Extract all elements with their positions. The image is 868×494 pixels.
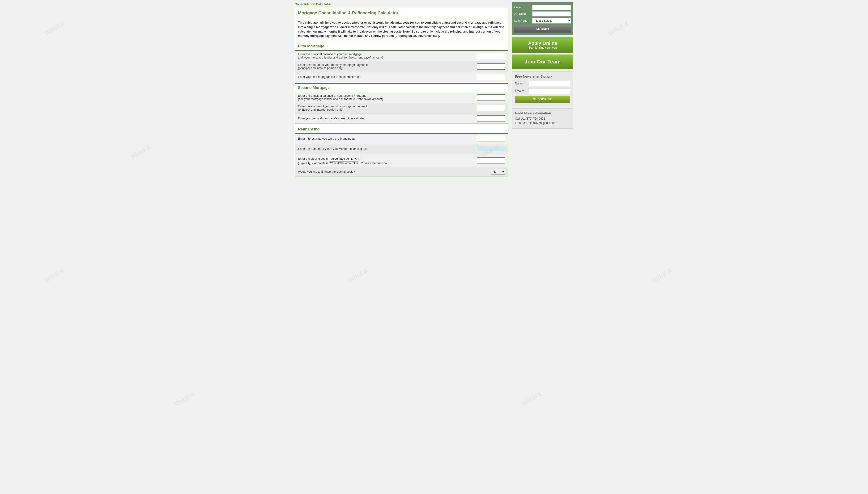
finance-closing-cell: No Yes xyxy=(434,167,508,177)
email-input[interactable] xyxy=(532,5,571,10)
need-info-panel: Need More information Call Us: (877) 724… xyxy=(512,108,573,129)
table-row: Enter the closing costs percentage point… xyxy=(295,154,508,167)
refi-years-label: Enter the number of years you will be re… xyxy=(295,144,434,154)
table-row: Enter your first mortgage's current inte… xyxy=(295,72,508,82)
second-payment-input[interactable] xyxy=(477,105,505,111)
first-principal-input[interactable] xyxy=(477,53,505,59)
zipcode-input[interactable] xyxy=(532,11,571,17)
table-row: Enter the principal balance of your seco… xyxy=(295,92,508,103)
sidebar-top-form: Email: Zip Code: Loan Type: Please Selec… xyxy=(512,2,573,35)
second-mortgage-header: Second Mortgage xyxy=(295,83,508,92)
call-info: Call Us: (877) 724-5622 xyxy=(515,117,570,120)
zipcode-row: Zip Code: xyxy=(514,11,571,17)
second-payment-cell xyxy=(434,103,508,113)
table-row: Enter interest rate you will be refinanc… xyxy=(295,134,508,144)
need-info-title: Need More information xyxy=(515,111,570,115)
closing-costs-note: (Typically, # of points is "2" or dollar… xyxy=(298,162,431,165)
first-rate-label: Enter your first mortgage's current inte… xyxy=(295,72,434,82)
calculator-box: Mortgage Consolidation & Refinancing Cal… xyxy=(295,8,508,177)
newsletter-panel: Free Newsletter Signup Name*: Email*: SU… xyxy=(512,72,573,106)
closing-costs-label: Enter the closing costs percentage point… xyxy=(295,154,434,167)
newsletter-title: Free Newsletter Signup xyxy=(515,75,570,78)
first-principal-cell xyxy=(434,51,508,61)
refinancing-table: Enter interest rate you will be refinanc… xyxy=(295,134,508,177)
table-row: Enter the amount of your monthly mortgag… xyxy=(295,103,508,113)
first-principal-label: Enter the principal balance of your firs… xyxy=(295,51,434,61)
closing-costs-type-select[interactable]: percentage points dollar amount xyxy=(329,156,358,162)
subscribe-button[interactable]: SUBSCRIBE xyxy=(515,96,570,103)
table-row: Enter the number of years you will be re… xyxy=(295,144,508,154)
second-principal-label: Enter the principal balance of your seco… xyxy=(295,92,434,103)
closing-costs-colon: : xyxy=(359,157,360,160)
apply-online-button[interactable]: Apply Online Start funding your loan xyxy=(512,37,573,53)
first-payment-label: Enter the amount of your monthly mortgag… xyxy=(295,61,434,72)
breadcrumb: Consolidation Calculator xyxy=(295,2,508,6)
closing-costs-prefix: Enter the closing costs xyxy=(298,157,328,160)
submit-button[interactable]: SUBMIT xyxy=(514,25,571,33)
newsletter-name-row: Name*: xyxy=(515,81,570,86)
first-rate-input[interactable] xyxy=(477,74,505,80)
newsletter-name-input[interactable] xyxy=(528,81,570,86)
calc-title: Mortgage Consolidation & Refinancing Cal… xyxy=(295,8,508,18)
loan-type-label: Loan Type: xyxy=(514,19,531,22)
email-row: Email: xyxy=(514,5,571,10)
refi-years-input[interactable] xyxy=(477,146,505,152)
apply-online-small-text: Start funding your loan xyxy=(514,46,571,49)
loan-type-row: Loan Type: Please Select xyxy=(514,18,571,24)
newsletter-email-input[interactable] xyxy=(528,88,570,94)
first-mortgage-table: Enter the principal balance of your firs… xyxy=(295,51,508,82)
refi-rate-label: Enter interest rate you will be refinanc… xyxy=(295,134,434,144)
newsletter-email-row: Email*: xyxy=(515,88,570,94)
second-payment-label: Enter the amount of your monthly mortgag… xyxy=(295,103,434,113)
loan-type-select[interactable]: Please Select xyxy=(532,18,571,24)
table-row: Enter the amount of your monthly mortgag… xyxy=(295,61,508,72)
first-rate-cell xyxy=(434,72,508,82)
page-wrapper: Consolidation Calculator Mortgage Consol… xyxy=(292,0,576,179)
refi-rate-cell xyxy=(434,134,508,144)
main-content: Consolidation Calculator Mortgage Consol… xyxy=(295,2,508,177)
newsletter-name-label: Name*: xyxy=(515,82,527,85)
calc-description: This calculator will help you to decide … xyxy=(295,18,508,41)
table-row: Enter your second mortgage's current int… xyxy=(295,113,508,124)
email-info: Email Us: info@877rcglobal.com xyxy=(515,121,570,125)
apply-online-big-text: Apply Online xyxy=(514,41,571,46)
second-rate-cell xyxy=(434,113,508,124)
refi-years-cell xyxy=(434,144,508,154)
second-rate-input[interactable] xyxy=(477,115,505,121)
closing-costs-input[interactable] xyxy=(477,157,505,164)
finance-closing-label: Would you like to finance the closing co… xyxy=(295,167,434,177)
join-team-button[interactable]: Join Our Team xyxy=(512,55,573,69)
email-label: Email: xyxy=(514,6,531,9)
first-payment-cell xyxy=(434,61,508,72)
refinancing-header: Refinancing xyxy=(295,125,508,134)
table-row: Would you like to finance the closing co… xyxy=(295,167,508,177)
second-mortgage-table: Enter the principal balance of your seco… xyxy=(295,92,508,124)
closing-costs-cell: Enter the closing costs percentage point… xyxy=(298,156,431,162)
finance-closing-select[interactable]: No Yes xyxy=(491,169,505,175)
first-mortgage-header: First Mortgage xyxy=(295,42,508,51)
newsletter-email-label: Email*: xyxy=(515,90,527,93)
first-payment-input[interactable] xyxy=(477,63,505,70)
second-principal-input[interactable] xyxy=(477,94,505,100)
second-rate-label: Enter your second mortgage's current int… xyxy=(295,113,434,124)
sidebar: Email: Zip Code: Loan Type: Please Selec… xyxy=(512,2,573,177)
second-principal-cell xyxy=(434,92,508,103)
table-row: Enter the principal balance of your firs… xyxy=(295,51,508,61)
refi-rate-input[interactable] xyxy=(477,136,505,142)
closing-costs-cell-input xyxy=(434,154,508,167)
zipcode-label: Zip Code: xyxy=(514,12,531,16)
